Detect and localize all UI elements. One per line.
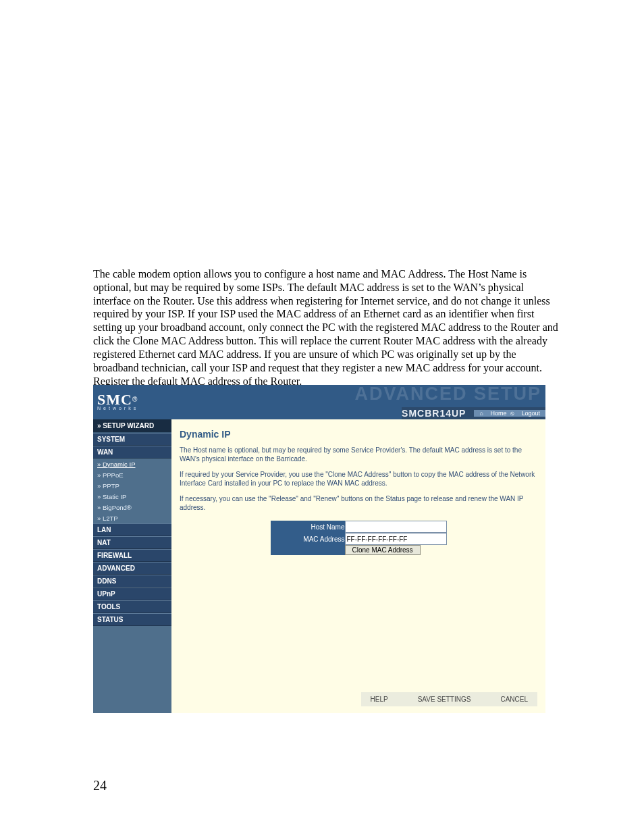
brand-logo: SMC® Networks bbox=[93, 385, 176, 419]
intro-paragraph-3: If necessary, you can use the "Release" … bbox=[180, 495, 537, 512]
sidebar-sub-dynamic-ip[interactable]: » Dynamic IP bbox=[93, 459, 171, 469]
logout-link[interactable]: Logout bbox=[521, 410, 540, 417]
save-settings-button[interactable]: SAVE SETTINGS bbox=[412, 695, 477, 704]
page-number: 24 bbox=[93, 778, 107, 793]
sidebar-sub-l2tp[interactable]: » L2TP bbox=[93, 513, 171, 523]
home-icon: ⌂ bbox=[479, 410, 486, 417]
sidebar-sub-static-ip[interactable]: » Static IP bbox=[93, 491, 171, 502]
sidebar-sub-pptp[interactable]: » PPTP bbox=[93, 480, 171, 491]
sidebar-setup-wizard[interactable]: » SETUP WIZARD bbox=[93, 419, 171, 433]
sidebar-cat-firewall[interactable]: FIREWALL bbox=[93, 549, 171, 562]
brand-subtext: Networks bbox=[97, 406, 176, 411]
label-host-name: Host Name bbox=[271, 521, 345, 533]
settings-form: Host Name MAC Address bbox=[180, 521, 537, 555]
model-bar: SMCBR14UP ⌂ Home ⎋ Logout bbox=[402, 407, 545, 419]
router-body: » SETUP WIZARD SYSTEM WAN » Dynamic IP »… bbox=[93, 419, 545, 713]
row-host-name: Host Name bbox=[271, 521, 447, 533]
model-label: SMCBR14UP bbox=[402, 408, 474, 419]
sidebar-cat-lan[interactable]: LAN bbox=[93, 523, 171, 536]
action-bar: HELP SAVE SETTINGS CANCEL bbox=[361, 692, 537, 706]
sidebar-sub-bigpond[interactable]: » BigPond® bbox=[93, 502, 171, 513]
banner-area: ADVANCED SETUP SMCBR14UP ⌂ Home ⎋ Logout bbox=[176, 385, 545, 419]
help-button[interactable]: HELP bbox=[365, 695, 394, 704]
main-panel: Dynamic IP The Host name is optional, bu… bbox=[171, 419, 545, 713]
sidebar-cat-status[interactable]: STATUS bbox=[93, 613, 171, 626]
home-logout-bar: ⌂ Home ⎋ Logout bbox=[474, 410, 545, 417]
intro-paragraph-2: If required by your Service Provider, yo… bbox=[180, 471, 537, 488]
router-topbar: SMC® Networks ADVANCED SETUP SMCBR14UP ⌂… bbox=[93, 385, 545, 419]
sidebar-cat-wan[interactable]: WAN bbox=[93, 446, 171, 459]
sidebar-sub-pppoe[interactable]: » PPPoE bbox=[93, 469, 171, 480]
mac-address-input[interactable] bbox=[345, 533, 447, 545]
page-title: Dynamic IP bbox=[180, 429, 537, 440]
host-name-input[interactable] bbox=[345, 521, 447, 533]
row-clone-mac: Clone MAC Address bbox=[271, 545, 447, 555]
sidebar-cat-tools[interactable]: TOOLS bbox=[93, 600, 171, 613]
doc-paragraph: The cable modem option allows you to con… bbox=[93, 267, 560, 388]
sidebar-cat-advanced[interactable]: ADVANCED bbox=[93, 562, 171, 575]
router-screenshot: SMC® Networks ADVANCED SETUP SMCBR14UP ⌂… bbox=[93, 385, 545, 713]
logout-icon: ⎋ bbox=[510, 410, 517, 417]
sidebar: » SETUP WIZARD SYSTEM WAN » Dynamic IP »… bbox=[93, 419, 171, 713]
intro-paragraph-1: The Host name is optional, but may be re… bbox=[180, 446, 537, 463]
sidebar-cat-upnp[interactable]: UPnP bbox=[93, 588, 171, 600]
sidebar-cat-nat[interactable]: NAT bbox=[93, 536, 171, 549]
label-mac-address: MAC Address bbox=[271, 533, 345, 545]
row-mac-address: MAC Address bbox=[271, 533, 447, 545]
sidebar-cat-ddns[interactable]: DDNS bbox=[93, 575, 171, 588]
page: The cable modem option allows you to con… bbox=[0, 0, 644, 834]
sidebar-cat-system[interactable]: SYSTEM bbox=[93, 433, 171, 446]
cancel-button[interactable]: CANCEL bbox=[495, 695, 533, 704]
registered-icon: ® bbox=[132, 396, 137, 403]
clone-mac-address-button[interactable]: Clone MAC Address bbox=[345, 545, 421, 555]
banner-ghost-title: ADVANCED SETUP bbox=[354, 385, 541, 405]
home-link[interactable]: Home bbox=[490, 410, 506, 417]
